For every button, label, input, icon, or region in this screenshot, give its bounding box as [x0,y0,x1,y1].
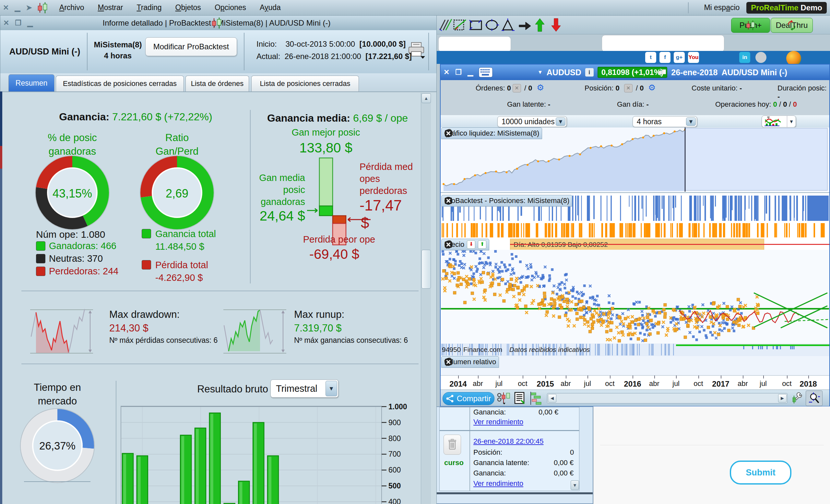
view-performance-link[interactable]: Ver rendimiento [473,418,523,426]
arrow-tool-icon[interactable] [518,19,532,31]
close-icon[interactable] [444,196,453,205]
period-dropdown[interactable]: Trimestral ▼ [270,379,339,398]
menu-item-archivo[interactable]: Archivo [59,3,84,12]
share-button[interactable]: Compartir [443,392,494,405]
news-icon[interactable] [514,392,525,405]
duration-value: - [777,92,780,100]
start-label: Inicio: [256,39,277,48]
buy-marker-icon[interactable]: ⬆ [478,240,486,249]
keyboard-icon[interactable] [479,67,493,77]
info-icon[interactable]: i [585,68,594,76]
modify-probacktest-label: Modificar ProBacktest [153,42,229,51]
svg-text:700: 700 [388,450,401,458]
liquidity-panel-tab[interactable]: Gráfico liquidez: MiSistema(8) [441,127,542,139]
print-icon[interactable] [408,42,426,59]
pencil-icon[interactable] [439,19,452,31]
candle-icon[interactable] [658,67,667,77]
time-in-market-value: 26,37% [19,440,96,452]
tab-lista-de-posiciones-cerradas[interactable]: Lista de posiciones cerradas [251,75,359,91]
position-date-link[interactable]: 26-ene-2018 22:00:45 [473,437,544,446]
close-icon[interactable] [444,129,453,137]
submit-button[interactable]: Submit [730,461,791,484]
indicator-grid-icon[interactable] [453,19,467,31]
report-scrollbar[interactable]: ▲ [421,93,431,504]
position-cancel-icon[interactable]: ✕ [624,84,633,92]
indicative-data-note: Datos recibidos indicativos [509,346,590,353]
scroll-left-button[interactable]: ◀ [548,394,556,403]
sell-marker-icon[interactable]: ⬇ [467,240,475,249]
chevron-down-icon[interactable]: ▼ [686,117,696,126]
scroll-right-button[interactable]: ▶ [778,394,787,403]
tab-estad-sticas-de-posiciones-cerradas[interactable]: Estadísticas de posiciones cerradas [56,75,184,91]
close-icon[interactable]: ✕ [444,68,449,76]
timeframe-dropdown[interactable]: 4 horas ▼ [633,116,697,127]
rectangle-tool-icon[interactable] [469,19,483,31]
time-axis-label: 2018 [800,379,817,388]
scroll-up-button[interactable]: ▲ [421,93,431,103]
position-gear-icon[interactable]: ⚙ [648,83,656,93]
positions-orange-strip[interactable] [441,223,829,238]
view-performance-link-2[interactable]: Ver rendimiento [473,479,523,488]
menu-item-mi-espacio[interactable]: Mi espacio [704,3,739,12]
buy-arrow-icon[interactable] [534,18,546,32]
time-axis-label: abr [738,379,748,388]
report-titlebar[interactable]: ✕ ❐ ▁ Informe detallado | ProBacktest | … [0,15,437,30]
close-icon[interactable] [444,358,453,366]
chevron-down-icon[interactable]: ▼ [325,381,337,396]
maximize-icon[interactable]: ❐ [15,19,22,27]
gain2-label: Ganancia: [473,469,506,477]
volume-panel-tab[interactable]: volumen relativo [441,356,499,368]
delete-button[interactable] [444,435,461,455]
positions-panel-tab[interactable]: ProBacktest - Posiciones: MiSistema(8) [441,195,572,207]
ops-today-label: Operaciones hoy: [715,100,771,108]
menu-item-mostrar[interactable]: Mostrar [98,3,123,12]
minimize-icon[interactable]: ▁ [27,19,33,27]
ellipse-tool-icon[interactable] [485,19,500,31]
total-label: Pérdida total-4.262,90 $ [155,259,208,284]
chevron-down-icon[interactable]: ▼ [787,116,796,127]
maximize-icon[interactable]: ❐ [455,68,462,76]
close-icon[interactable] [444,240,453,249]
menu-item-trading[interactable]: Trading [136,3,161,12]
svg-text:800: 800 [388,434,401,443]
chart-type-button[interactable]: ▼ [762,116,796,127]
time-axis[interactable]: 2014abrjuloct2015abrjuloct2016abrjuloct2… [441,375,829,390]
avg-gain-label: Ganancia media: [267,112,350,124]
dealthru-button[interactable]: DealThru [771,18,813,33]
legend-swatch [36,241,45,251]
chart-titlebar[interactable]: ✕ ❐ ▁ ▼ AUDUSD i 0,81098 (+1,01%) 26-ene… [441,65,829,81]
chevron-down-icon[interactable]: ▼ [556,117,566,126]
time-axis-label: 2017 [712,379,729,388]
tab-lista-de-rdenes[interactable]: Lista de órdenes [186,75,249,91]
dropdown-caret[interactable]: ▼ [538,69,543,75]
menu-item-ayuda[interactable]: Ayuda [260,3,281,12]
zoom-button[interactable] [806,390,823,406]
linked-candles-icon[interactable] [497,392,511,405]
scrollbar-thumb[interactable] [421,250,431,289]
close-icon[interactable]: ✕ [3,19,9,27]
menu-item-opciones[interactable]: Opciones [215,3,246,12]
sell-arrow-icon[interactable] [550,18,562,32]
time-axis-label: abr [649,379,660,388]
pin-icon[interactable]: ➤ [26,4,32,12]
orders-cancel-icon[interactable]: ✕ [513,84,521,92]
twitter-icon: t [645,52,656,63]
scroll-down-button[interactable]: ▼ [571,480,579,490]
positions-list-icon[interactable] [530,392,543,405]
chart-settings-icon[interactable] [791,392,804,405]
minimize-icon[interactable]: ▁ [468,68,473,76]
orders-gear-icon[interactable]: ⚙ [537,83,544,93]
tab-resumen[interactable]: Resumen [8,74,55,91]
chart-body[interactable]: Gráfico liquidez: MiSistema(8) ProBackte… [441,127,829,389]
menu-item-objetos[interactable]: Objetos [175,3,201,12]
candles-icon [37,2,48,13]
price-chart[interactable] [441,250,829,343]
minimize-icon[interactable]: ▁ [14,4,20,12]
price-panel-tab[interactable]: Precio ⬇ ⬆ [441,239,489,250]
triangle-tool-icon[interactable] [501,19,515,31]
close-icon[interactable]: ✕ [3,4,9,12]
horizontal-scrollbar[interactable]: ◀ ▶ [547,393,788,404]
units-dropdown[interactable]: 10000 unidades ▼ [497,116,567,127]
modify-probacktest-button[interactable]: Modificar ProBacktest [145,37,237,56]
push-plus-button[interactable]: Push+ [731,18,770,33]
